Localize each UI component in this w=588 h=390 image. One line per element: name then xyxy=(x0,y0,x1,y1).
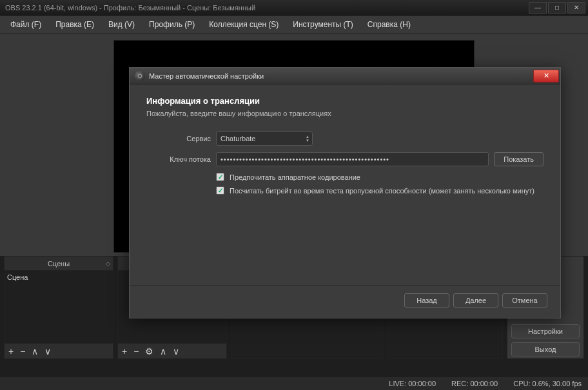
hw-encoding-checkbox[interactable]: ✓ xyxy=(216,173,224,181)
remove-scene-button[interactable]: − xyxy=(20,346,25,356)
minimize-button[interactable]: — xyxy=(529,2,547,14)
bitrate-test-row[interactable]: ✓ Посчитать битрейт во время теста пропу… xyxy=(216,186,544,195)
auto-config-wizard: Мастер автоматической настройки ✕ Информ… xyxy=(129,67,561,318)
exit-button[interactable]: Выход xyxy=(511,342,580,356)
status-rec: REC: 00:00:00 xyxy=(451,380,498,387)
dock-sources-footer: + − ⚙ ∧ ∨ xyxy=(118,343,226,358)
stream-key-value: ••••••••••••••••••••••••••••••••••••••••… xyxy=(220,155,389,163)
menu-view[interactable]: Вид (V) xyxy=(102,17,141,32)
settings-button[interactable]: Настройки xyxy=(511,324,580,338)
scene-list-item[interactable]: Сцена xyxy=(7,273,110,281)
service-label: Сервис xyxy=(146,135,211,142)
statusbar: LIVE: 00:00:00 REC: 00:00:00 CPU: 0.6%, … xyxy=(0,377,588,390)
bitrate-test-checkbox[interactable]: ✓ xyxy=(216,186,224,195)
back-button[interactable]: Назад xyxy=(404,293,449,307)
cancel-button[interactable]: Отмена xyxy=(502,293,547,307)
status-cpu: CPU: 0.6%, 30.00 fps xyxy=(513,380,582,387)
add-source-button[interactable]: + xyxy=(122,346,127,356)
menu-profile[interactable]: Профиль (P) xyxy=(142,17,201,32)
menu-scene-collection[interactable]: Коллекция сцен (S) xyxy=(202,17,285,32)
source-up-button[interactable]: ∧ xyxy=(160,346,166,356)
hw-encoding-row[interactable]: ✓ Предпочитать аппаратное кодирование xyxy=(216,173,544,181)
svg-point-0 xyxy=(138,74,142,78)
wizard-title-text: Мастер автоматической настройки xyxy=(149,72,533,80)
stream-key-input[interactable]: ••••••••••••••••••••••••••••••••••••••••… xyxy=(216,152,489,166)
maximize-button[interactable]: □ xyxy=(548,2,566,14)
menu-help[interactable]: Справка (H) xyxy=(361,17,417,32)
wizard-footer: Назад Далее Отмена xyxy=(130,285,560,318)
close-button[interactable]: ✕ xyxy=(567,2,585,14)
menu-tools[interactable]: Инструменты (T) xyxy=(286,17,359,32)
show-key-button[interactable]: Показать xyxy=(494,152,544,166)
service-row: Сервис Chaturbate ▲▼ xyxy=(146,132,544,146)
chevron-updown-icon: ▲▼ xyxy=(306,135,309,142)
dock-scenes-title: Сцены xyxy=(48,260,70,268)
menubar: Файл (F) Правка (E) Вид (V) Профиль (P) … xyxy=(0,15,588,34)
window-controls: — □ ✕ xyxy=(529,2,585,14)
dock-scenes-footer: + − ∧ ∨ xyxy=(5,343,113,358)
window-title: OBS 23.2.1 (64-bit, windows) - Профиль: … xyxy=(5,4,529,12)
menu-file[interactable]: Файл (F) xyxy=(4,17,48,32)
dock-popout-icon[interactable]: ◇ xyxy=(106,260,110,267)
wizard-body: Информация о трансляции Пожалуйста, введ… xyxy=(130,84,560,208)
stream-key-row: Ключ потока ••••••••••••••••••••••••••••… xyxy=(146,152,544,166)
scene-down-button[interactable]: ∨ xyxy=(44,346,51,356)
dock-scenes: Сцены ◇ Сцена + − ∧ ∨ xyxy=(4,256,113,359)
source-down-button[interactable]: ∨ xyxy=(173,346,179,356)
wizard-titlebar[interactable]: Мастер автоматической настройки ✕ xyxy=(130,68,560,84)
add-scene-button[interactable]: + xyxy=(8,346,14,356)
hw-encoding-label: Предпочитать аппаратное кодирование xyxy=(230,173,360,181)
scene-up-button[interactable]: ∧ xyxy=(32,346,38,356)
wizard-close-button[interactable]: ✕ xyxy=(533,70,559,83)
dock-scenes-body[interactable]: Сцена xyxy=(5,271,113,343)
window-titlebar: OBS 23.2.1 (64-bit, windows) - Профиль: … xyxy=(0,0,588,15)
obs-logo-icon xyxy=(135,71,145,81)
source-settings-button[interactable]: ⚙ xyxy=(145,346,153,356)
remove-source-button[interactable]: − xyxy=(133,346,139,356)
service-select[interactable]: Chaturbate ▲▼ xyxy=(216,132,313,146)
next-button[interactable]: Далее xyxy=(453,293,498,307)
service-selected-value: Chaturbate xyxy=(220,135,255,142)
status-live: LIVE: 00:00:00 xyxy=(389,380,436,387)
menu-edit[interactable]: Правка (E) xyxy=(49,17,101,32)
dock-scenes-header: Сцены ◇ xyxy=(5,257,113,271)
stream-key-label: Ключ потока xyxy=(146,155,211,163)
bitrate-test-label: Посчитать битрейт во время теста пропуск… xyxy=(230,187,534,195)
wizard-subheading: Пожалуйста, введите вашу информацию о тр… xyxy=(146,110,544,117)
wizard-heading: Информация о трансляции xyxy=(146,96,544,106)
